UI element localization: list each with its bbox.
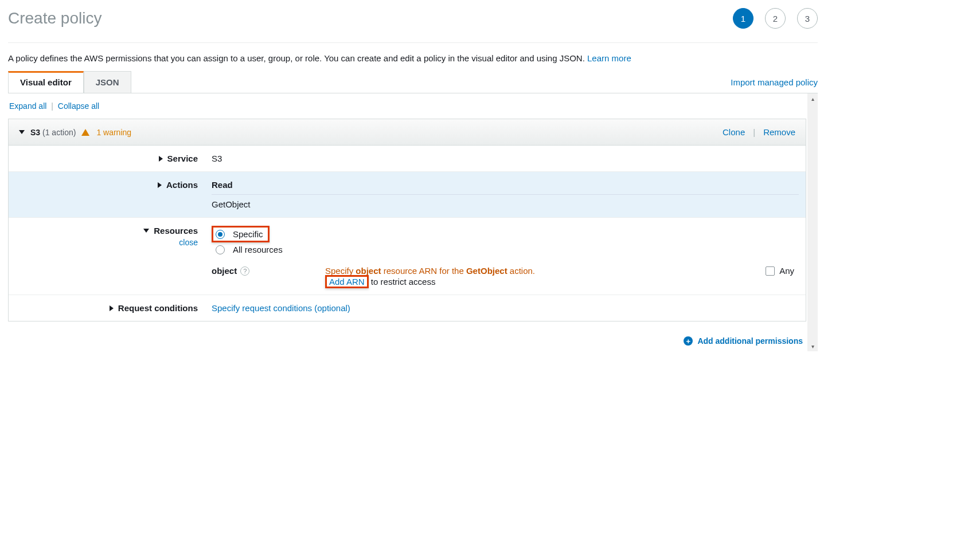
restrict-access-text: to restrict access — [369, 277, 436, 287]
learn-more-link[interactable]: Learn more — [587, 53, 631, 63]
radio-all-resources-label: All resources — [233, 245, 283, 254]
step-1[interactable]: 1 — [733, 8, 753, 29]
service-value: S3 — [205, 146, 806, 171]
caret-down-icon — [19, 130, 25, 134]
pipe-divider: | — [751, 127, 758, 137]
actions-read-label: Read — [212, 180, 799, 195]
step-3[interactable]: 3 — [797, 8, 818, 29]
radio-specific[interactable]: Specific — [212, 226, 270, 242]
import-managed-policy-link[interactable]: Import managed policy — [731, 77, 818, 87]
radio-all-resources-input[interactable] — [216, 245, 225, 254]
page-title: Create policy — [8, 9, 101, 28]
resources-close-link[interactable]: close — [179, 238, 198, 247]
collapse-all-link[interactable]: Collapse all — [58, 101, 99, 111]
add-arn-link[interactable]: Add ARN — [325, 275, 369, 288]
panel-service-name: S3 — [30, 128, 40, 137]
conditions-section-toggle[interactable]: Request conditions — [110, 303, 198, 313]
scroll-up-icon[interactable]: ▴ — [807, 93, 818, 104]
step-2[interactable]: 2 — [765, 8, 786, 29]
warning-icon — [81, 129, 89, 136]
policy-panel: S3 (1 action) 1 warning Clone | Remove — [8, 119, 806, 321]
intro-text: A policy defines the AWS permissions tha… — [8, 43, 818, 71]
panel-action-count: (1 action) — [42, 128, 76, 137]
specify-conditions-link[interactable]: Specify request conditions (optional) — [212, 303, 350, 313]
tab-json[interactable]: JSON — [84, 71, 131, 93]
scrollbar[interactable]: ▴ ▾ — [807, 93, 818, 351]
expand-all-link[interactable]: Expand all — [9, 101, 46, 111]
pipe-divider: | — [49, 101, 56, 111]
plus-circle-icon: + — [684, 336, 693, 346]
add-additional-permissions-link[interactable]: Add additional permissions — [697, 336, 803, 346]
help-icon[interactable]: ? — [240, 266, 249, 276]
specify-arn-hint: Specify object resource ARN for the GetO… — [325, 266, 766, 276]
caret-right-icon — [158, 182, 162, 188]
any-checkbox[interactable] — [766, 266, 775, 276]
tab-visual-editor[interactable]: Visual editor — [8, 71, 84, 93]
actions-value: GetObject — [212, 199, 251, 209]
clone-link[interactable]: Clone — [723, 127, 745, 137]
panel-header[interactable]: S3 (1 action) 1 warning Clone | Remove — [9, 119, 806, 146]
scroll-down-icon[interactable]: ▾ — [807, 341, 818, 351]
caret-right-icon — [159, 156, 163, 162]
resources-section-toggle[interactable]: Resources — [143, 226, 198, 236]
radio-specific-input[interactable] — [216, 230, 225, 239]
caret-down-icon — [143, 229, 149, 233]
any-label: Any — [779, 266, 794, 276]
resource-object-label: object — [212, 266, 237, 276]
service-section-toggle[interactable]: Service — [159, 154, 198, 163]
caret-right-icon — [110, 305, 114, 311]
remove-link[interactable]: Remove — [763, 127, 795, 137]
step-indicator: 1 2 3 — [733, 8, 818, 29]
actions-section-toggle[interactable]: Actions — [158, 180, 198, 190]
radio-specific-label: Specific — [233, 229, 263, 239]
warning-text: 1 warning — [96, 128, 131, 137]
